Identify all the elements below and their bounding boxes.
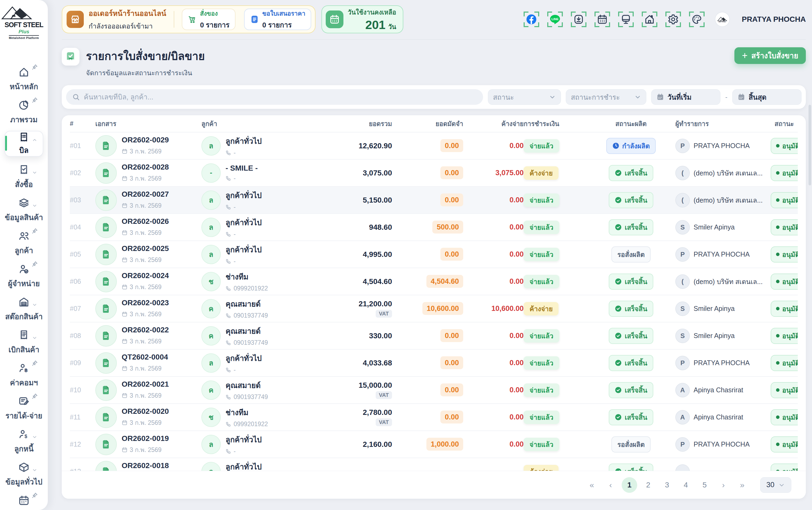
document-icon (95, 406, 117, 428)
create-sale-order-button[interactable]: + สร้างใบสั่งขาย (734, 47, 806, 64)
column-header[interactable]: สถานะผลิต (615, 118, 646, 129)
table-row[interactable]: #10 OR2602-0021 3 ก.พ. 2569 ค คุณสมายด์ … (70, 377, 798, 404)
column-header[interactable]: ค้างจ่าย (501, 118, 523, 129)
page-number-button[interactable]: 4 (678, 477, 694, 493)
row-index: #11 (70, 413, 81, 421)
due-amount: 0.00 (509, 332, 523, 340)
column-header[interactable]: สถานะ (775, 118, 794, 129)
table-row[interactable]: #05 OR2602-0025 3 ก.พ. 2569 ล ลูกค้าทั่ว… (70, 241, 798, 268)
facebook-icon[interactable] (523, 11, 539, 27)
column-header[interactable]: ผู้ทำรายการ (675, 118, 709, 129)
phone-icon (225, 231, 232, 237)
vat-badge: VAT (375, 310, 392, 318)
sidebar-item-pie[interactable]: ภาพรวม (2, 96, 46, 129)
sidebar-item-label: ลูกค้า (15, 245, 33, 256)
document-icon (95, 325, 117, 347)
sidebar-item-label: เบิกสินค้า (8, 344, 39, 356)
calendar-icon[interactable] (595, 11, 610, 27)
scrollbar-thumb[interactable] (809, 105, 811, 186)
table-row[interactable]: #13 OR2602-0018 3 ก.พ. 2569 ล ลูกค้าทั่ว… (70, 458, 798, 471)
first-page-button[interactable]: « (584, 477, 600, 493)
document-date: 3 ก.พ. 2569 (130, 146, 162, 156)
topbar: ออเดอร์หน้าร้านออนไลน์ กำลังรอออเดอร์เข้… (62, 5, 806, 33)
display-icon[interactable] (618, 11, 634, 27)
table-row[interactable]: #07 OR2602-0023 3 ก.พ. 2569 ค คุณสมายด์ … (70, 295, 798, 322)
status-badge: อนุมัติ (771, 219, 798, 235)
sidebar-item-order[interactable]: สั่งซื้อ (2, 161, 46, 194)
online-store-card[interactable]: ออเดอร์หน้าร้านออนไลน์ กำลังรอออเดอร์เข้… (62, 5, 315, 33)
pin-icon (31, 64, 38, 70)
due-amount: 0.00 (509, 386, 523, 394)
quote-subcard[interactable]: ขอใบเสนอราคา 0 รายการ (244, 8, 311, 30)
end-date-input[interactable]: สิ้นสุด (732, 89, 802, 105)
layers-icon (18, 197, 30, 209)
sidebar-item-supplier[interactable]: ผู้จำหน่าย (2, 260, 46, 293)
due-amount: 0.00 (509, 440, 523, 448)
sidebar-item-commission[interactable]: ฿ ค่าคอมฯ (2, 359, 46, 392)
page-number-button[interactable]: 1 (622, 477, 637, 493)
sidebar-item-home[interactable]: หน้าหลัก (2, 63, 46, 96)
customer-phone: - (234, 231, 236, 238)
search-input[interactable] (84, 93, 477, 101)
page-number-button[interactable]: 3 (659, 477, 675, 493)
sidebar-item-bill[interactable]: บิล (5, 131, 43, 157)
order-subcard[interactable]: สั่งของ 0 รายการ (182, 8, 236, 30)
table-row[interactable]: #11 OR2602-0020 3 ก.พ. 2569 ช ช่างทีม 09… (70, 404, 798, 431)
palette-icon[interactable] (689, 11, 704, 27)
table-row[interactable]: #12 OR2602-0019 3 ก.พ. 2569 ล ลูกค้าทั่ว… (70, 431, 798, 458)
sidebar-item-stock[interactable]: สต๊อกสินค้า (2, 293, 46, 326)
page-number-button[interactable]: 5 (697, 477, 712, 493)
line-icon[interactable]: LINE (547, 11, 563, 27)
sidebar-item-income[interactable]: รายได้-จ่าย (2, 392, 46, 425)
download-icon[interactable] (571, 11, 587, 27)
table-row[interactable]: #02 OR2602-0028 3 ก.พ. 2569 - - SMILE - … (70, 160, 798, 187)
deposit-amount: 4,504.60 (426, 275, 463, 288)
calendar-icon (122, 447, 127, 453)
page-number-button[interactable]: 2 (640, 477, 656, 493)
row-index: #13 (70, 468, 81, 471)
start-date-label: วันที่เริ่ม (667, 92, 692, 103)
customer-phone: - (234, 448, 236, 455)
settings-icon[interactable] (665, 11, 681, 27)
table-row[interactable]: #01 OR2602-0029 3 ก.พ. 2569 ล ลูกค้าทั่ว… (70, 133, 798, 160)
sidebar-item-debtor[interactable]: $ ลูกหนี้ (2, 425, 46, 458)
customer-name: คุณสมายด์ (225, 381, 261, 390)
customer-avatar: ล (201, 353, 221, 373)
user-name[interactable]: PRATYA PHOCHA (742, 15, 806, 24)
column-header[interactable]: ยอดมัดจำ (435, 118, 463, 129)
table-row[interactable]: #06 OR2602-0024 3 ก.พ. 2569 ช ช่างทีม 09… (70, 268, 798, 295)
table-row[interactable]: #03 OR2602-0027 3 ก.พ. 2569 ล ลูกค้าทั่ว… (70, 187, 798, 214)
start-date-input[interactable]: วันที่เริ่ม (651, 89, 720, 105)
column-header[interactable]: ยอดรวม (369, 118, 392, 129)
due-amount: 0.00 (509, 413, 523, 421)
days-unit: วัน (388, 22, 396, 32)
row-index: #10 (70, 386, 81, 394)
operator-name: Apinya Chasrirat (694, 413, 743, 421)
customer-avatar: ล (201, 136, 221, 155)
sidebar-item-layers[interactable]: ข้อมูลสินค้า (2, 194, 46, 227)
payment-status-filter-select[interactable]: สถานะการชำระ (566, 89, 646, 105)
sidebar-item-withdraw[interactable]: เบิกสินค้า (2, 326, 46, 359)
table-row[interactable]: #08 OR2602-0022 3 ก.พ. 2569 ค คุณสมายด์ … (70, 322, 798, 349)
column-header[interactable]: # (70, 120, 73, 128)
deposit-amount: 0.00 (440, 248, 463, 261)
search-box[interactable] (66, 89, 483, 105)
table-row[interactable]: #09 QT2602-0004 3 ก.พ. 2569 ล ลูกค้าทั่ว… (70, 349, 798, 377)
next-page-button[interactable]: › (716, 477, 731, 493)
house-icon[interactable] (642, 11, 657, 27)
column-header[interactable]: การชำระเงิน (523, 118, 559, 129)
customer-name: ลูกค้าทั่วไป (225, 354, 262, 363)
column-header[interactable]: เอกสาร (95, 118, 116, 129)
user-avatar[interactable]: SOFT STEEL (715, 12, 730, 27)
column-header[interactable]: ลูกค้า (201, 118, 217, 129)
last-page-button[interactable]: » (734, 477, 750, 493)
table-row[interactable]: #04 OR2602-0026 3 ก.พ. 2569 ล ลูกค้าทั่ว… (70, 214, 798, 241)
status-filter-select[interactable]: สถานะ (488, 89, 561, 105)
sidebar-item-appointment[interactable]: นัดหมาย (2, 491, 46, 510)
sidebar-item-general[interactable]: ข้อมูลทั่วไป (2, 458, 46, 491)
page-size-select[interactable]: 30 (760, 477, 791, 493)
sidebar-item-customers[interactable]: ลูกค้า (2, 227, 46, 260)
page-subtitle: จัดการข้อมูลและสถานะการชำระเงิน (86, 67, 205, 78)
document-icon (95, 244, 117, 265)
prev-page-button[interactable]: ‹ (603, 477, 619, 493)
